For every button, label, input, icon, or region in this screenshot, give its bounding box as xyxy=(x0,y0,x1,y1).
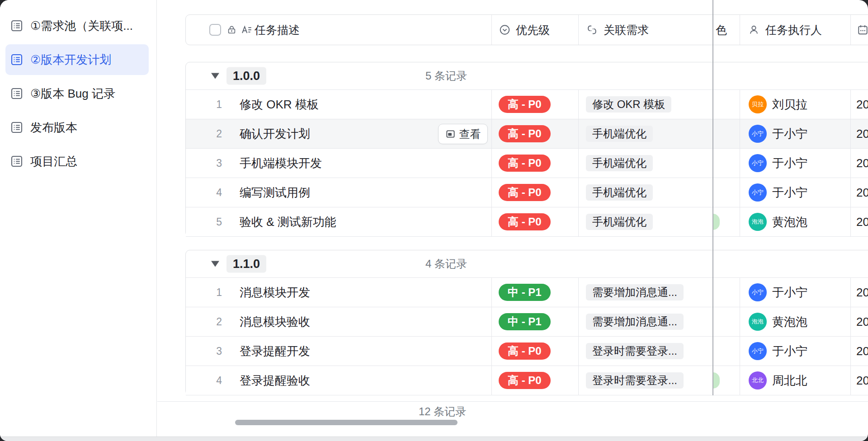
date-value-clipped: 20 xyxy=(856,215,868,229)
row-number: 2 xyxy=(199,128,222,140)
group-1-0-0: 1.0.0 5 条记录 1 修改 OKR 模板 高 - P0 修改 OKR 模板… xyxy=(185,62,868,237)
lock-icon xyxy=(226,25,237,35)
column-border xyxy=(740,278,740,395)
task-title: 验收 & 测试新功能 xyxy=(240,214,336,230)
row-number: 4 xyxy=(199,375,222,387)
date-value-clipped: 20 xyxy=(856,127,868,141)
expand-record-icon xyxy=(445,129,456,139)
table-row[interactable]: 2 消息模块验收 中 - P1 需要增加消息通... 泡泡 黄泡泡 20 xyxy=(186,307,868,337)
assignee-name: 黄泡泡 xyxy=(772,214,807,230)
table-row[interactable]: 1 修改 OKR 模板 高 - P0 修改 OKR 模板 贝拉 刘贝拉 20 xyxy=(186,90,868,119)
table-row[interactable]: 4 编写测试用例 高 - P0 手机端优化 小宁 于小宁 20 xyxy=(186,178,868,207)
priority-badge: 高 - P0 xyxy=(499,342,551,360)
linked-requirement-tag: 手机端优化 xyxy=(586,155,653,171)
table-row[interactable]: 4 登录提醒验收 高 - P0 登录时需要登录... 北北 周北北 20 xyxy=(186,366,868,395)
column-header-assignee[interactable]: 任务执行人 xyxy=(765,23,822,38)
linked-requirement-tag: 需要增加消息通... xyxy=(586,284,684,300)
row-number: 3 xyxy=(199,345,222,357)
column-border xyxy=(491,278,492,395)
table-row[interactable]: 3 登录提醒开发 高 - P0 登录时需要登录... 小宁 于小宁 20 xyxy=(186,337,868,366)
table-row[interactable]: 2 确认开发计划 查看 高 - P0 手机端优化 小宁 于小宁 20 xyxy=(186,119,868,149)
row-number: 5 xyxy=(199,216,222,228)
sidebar-item-label: ②版本开发计划 xyxy=(30,52,111,68)
assignee-name: 于小宁 xyxy=(772,155,807,171)
sidebar-item-release-version[interactable]: 发布版本 xyxy=(5,112,149,143)
table-icon xyxy=(10,121,24,134)
date-value-clipped: 20 xyxy=(856,344,868,358)
total-record-count: 12 条记录 xyxy=(419,404,466,419)
column-border xyxy=(578,278,579,395)
column-border xyxy=(850,278,851,395)
assignee-name: 周北北 xyxy=(772,373,807,389)
linked-requirement-tag: 手机端优化 xyxy=(586,126,653,142)
collapse-triangle-icon[interactable] xyxy=(211,261,219,267)
priority-badge: 高 - P0 xyxy=(499,155,551,172)
sidebar-item-version-bug-log[interactable]: ③版本 Bug 记录 xyxy=(5,78,149,109)
linked-requirement-tag: 需要增加消息通... xyxy=(586,314,684,330)
column-border xyxy=(740,90,740,236)
sidebar: ①需求池（关联项... ②版本开发计划 ③版本 Bug 记录 发布版本 项目汇总 xyxy=(0,0,157,436)
table-row[interactable]: 1 消息模块开发 中 - P1 需要增加消息通... 小宁 于小宁 20 xyxy=(186,278,868,307)
priority-badge: 高 - P0 xyxy=(499,184,551,201)
horizontal-scrollbar[interactable] xyxy=(235,420,458,425)
group-record-count: 5 条记录 xyxy=(425,69,467,83)
expand-record-button[interactable]: 查看 xyxy=(438,124,488,144)
column-border xyxy=(491,90,492,236)
group-1-1-0: 1.1.0 4 条记录 1 消息模块开发 中 - P1 需要增加消息通... 小… xyxy=(185,250,868,395)
row-number: 1 xyxy=(199,286,222,299)
person-icon xyxy=(748,24,760,36)
assignee-name: 于小宁 xyxy=(772,343,807,359)
avatar: 贝拉 xyxy=(749,95,767,113)
link-field-icon xyxy=(586,24,598,36)
group-name-badge[interactable]: 1.1.0 xyxy=(226,255,266,273)
calendar-icon xyxy=(857,24,868,36)
avatar: 泡泡 xyxy=(749,213,767,231)
app-window: ①需求池（关联项... ②版本开发计划 ③版本 Bug 记录 发布版本 项目汇总 xyxy=(0,0,868,441)
group-record-count: 4 条记录 xyxy=(425,257,467,271)
column-header-clipped[interactable]: 色 xyxy=(716,23,727,38)
table-row[interactable]: 3 手机端模块开发 高 - P0 手机端优化 小宁 于小宁 20 xyxy=(186,149,868,178)
select-all-checkbox[interactable] xyxy=(209,24,221,36)
grid-header: 任务描述 优先级 关联需求 色 任务执行人 xyxy=(185,14,868,45)
assignee-name: 刘贝拉 xyxy=(772,97,807,113)
collapse-triangle-icon[interactable] xyxy=(211,73,219,79)
group-header: 1.0.0 5 条记录 xyxy=(186,62,868,90)
avatar: 小宁 xyxy=(749,183,767,202)
sidebar-item-project-summary[interactable]: 项目汇总 xyxy=(5,146,149,177)
window-bottom-strip xyxy=(0,436,868,441)
task-title: 消息模块验收 xyxy=(240,314,310,330)
assignee-name: 于小宁 xyxy=(772,185,807,201)
expand-record-label: 查看 xyxy=(459,127,481,141)
sidebar-item-version-dev-plan[interactable]: ②版本开发计划 xyxy=(5,44,149,75)
clipped-green-tag xyxy=(713,372,720,389)
column-header-priority[interactable]: 优先级 xyxy=(516,23,550,38)
sidebar-item-label: 发布版本 xyxy=(30,120,77,136)
linked-requirement-tag: 手机端优化 xyxy=(586,214,653,230)
priority-badge: 中 - P1 xyxy=(499,284,551,301)
sidebar-item-label: ①需求池（关联项... xyxy=(30,18,133,34)
sidebar-item-label: ③版本 Bug 记录 xyxy=(30,86,115,102)
date-value-clipped: 20 xyxy=(856,286,868,300)
assignee-name: 于小宁 xyxy=(772,126,807,142)
assignee-name: 黄泡泡 xyxy=(772,314,807,330)
assignee-name: 于小宁 xyxy=(772,285,807,300)
linked-requirement-tag: 修改 OKR 模板 xyxy=(586,96,671,113)
task-title: 登录提醒开发 xyxy=(240,343,310,359)
text-field-icon xyxy=(241,24,253,36)
column-header-linked-requirement[interactable]: 关联需求 xyxy=(604,23,649,38)
single-select-field-icon xyxy=(499,24,511,36)
frozen-column-divider[interactable] xyxy=(712,0,713,395)
priority-badge: 中 - P1 xyxy=(499,313,551,330)
task-title: 消息模块开发 xyxy=(240,285,310,300)
group-name-badge[interactable]: 1.0.0 xyxy=(226,67,266,85)
row-number: 4 xyxy=(199,187,222,199)
linked-requirement-tag: 手机端优化 xyxy=(586,184,653,201)
sidebar-item-requirement-pool[interactable]: ①需求池（关联项... xyxy=(5,10,149,41)
date-value-clipped: 20 xyxy=(856,156,868,170)
priority-badge: 高 - P0 xyxy=(499,96,551,113)
table-row[interactable]: 5 验收 & 测试新功能 高 - P0 手机端优化 泡泡 黄泡泡 20 xyxy=(186,207,868,237)
column-border xyxy=(850,15,851,45)
linked-requirement-tag: 登录时需要登录... xyxy=(586,343,684,359)
column-header-task[interactable]: 任务描述 xyxy=(255,23,300,38)
column-border xyxy=(578,90,579,236)
